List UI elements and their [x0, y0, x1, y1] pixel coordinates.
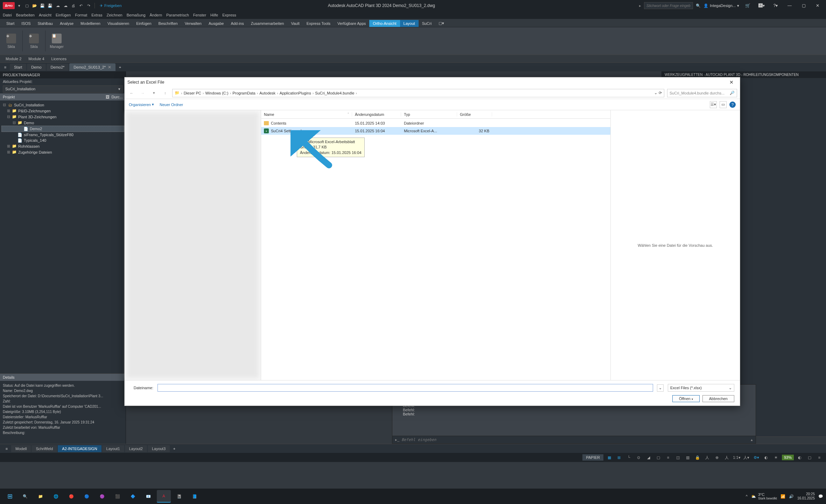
breadcrumb-bar[interactable]: 📁 › Dieser PC› Windows (C:)› ProgramData…	[172, 89, 664, 97]
file-row-excel[interactable]: xSuCri4 Settings.xlsx 15.01.2025 16:04 M…	[261, 127, 610, 135]
col-header-size[interactable]: Größe	[457, 112, 492, 117]
collapse-icon[interactable]: ⊟	[3, 103, 6, 107]
tree-siframo[interactable]: 📄siFramo_Typicals_StützeF80	[1, 132, 124, 138]
zoom-value[interactable]: 93%	[782, 455, 794, 460]
tree-root[interactable]: ⊟🗂SuCri_Installation	[1, 102, 124, 108]
preview-toggle-button[interactable]: ▭	[720, 101, 727, 108]
autodesk-icon[interactable]: 🅰▾	[756, 1, 767, 10]
search-icon[interactable]: 🔍	[696, 4, 701, 8]
open-icon[interactable]: 📂	[31, 2, 38, 9]
tree-demo2-file[interactable]: 📄Demo2	[1, 126, 124, 132]
dialog-sidebar[interactable]	[125, 110, 261, 380]
undo-icon[interactable]: ↶	[78, 2, 84, 9]
subtab-module2[interactable]: Module 2	[3, 56, 24, 62]
ui-lock-icon[interactable]: ◐	[762, 454, 770, 461]
organize-dropdown[interactable]: Organisieren ▾	[129, 102, 154, 107]
collapse-icon[interactable]: ⊟	[13, 120, 16, 125]
breadcrumb-dropdown-icon[interactable]: ⌄	[654, 91, 657, 95]
grid-icon[interactable]: ▦	[606, 454, 613, 461]
tree-zugehorige[interactable]: ⊞📁Zugehörige Dateien	[1, 149, 124, 155]
scale-icon[interactable]: 1:1▾	[733, 454, 741, 461]
space-toggle[interactable]: PAPIER	[582, 454, 603, 461]
layout-add-button[interactable]: +	[170, 445, 178, 453]
menu-datei[interactable]: Datei	[3, 13, 12, 17]
hardware-icon[interactable]: ☀	[772, 454, 780, 461]
notification-icon[interactable]: 💬	[818, 494, 823, 499]
tree-plant3d[interactable]: ⊟📁Plant 3D-Zeichnungen	[1, 114, 124, 120]
menu-hilfe[interactable]: Hilfe	[210, 13, 218, 17]
help-search-input[interactable]	[644, 2, 693, 9]
ribbon-tab-sucri[interactable]: SuCri	[419, 20, 435, 27]
ribbon-tab-visualisieren[interactable]: Visualisieren	[104, 20, 133, 27]
menu-zeichnen[interactable]: Zeichnen	[106, 13, 122, 17]
saveas-icon[interactable]: 💾	[47, 2, 53, 9]
ribbon-tab-layout[interactable]: Layout	[400, 20, 419, 27]
ribbon-tab-start[interactable]: Start	[3, 20, 18, 27]
save-icon[interactable]: 💾	[39, 2, 46, 9]
customization-icon[interactable]: ≡	[816, 454, 823, 461]
weather-widget[interactable]: ⛅ 3°C Stark bewölkt	[751, 492, 777, 500]
expand-icon[interactable]: ⊞	[7, 144, 10, 148]
file-row-folder[interactable]: Contents 15.01.2025 14:03 Dateiordner	[261, 119, 610, 127]
breadcrumb-item[interactable]: ApplicationPlugins	[280, 91, 311, 95]
quick-menu-dropdown[interactable]: ▾	[16, 2, 22, 9]
annoscale-icon[interactable]: 🔒	[694, 454, 701, 461]
ribbon-tab-expresstools[interactable]: Express Tools	[303, 20, 334, 27]
ribbon-tab-vault[interactable]: Vault	[287, 20, 303, 27]
breadcrumb-item[interactable]: ProgramData	[232, 91, 255, 95]
project-selector[interactable]: SuCri_Installation ▾	[3, 85, 123, 93]
menu-bearbeiten[interactable]: Bearbeiten	[16, 13, 35, 17]
tree-demo-folder[interactable]: ⊟📁Demo	[1, 120, 124, 126]
task-onenote[interactable]: 📓	[172, 490, 186, 503]
collapse-icon[interactable]: ⊟	[7, 114, 10, 119]
tree-rohrklassen[interactable]: ⊞📁Rohrklassen	[1, 143, 124, 149]
ribbon-tab-einfugen[interactable]: Einfügen	[133, 20, 155, 27]
nav-back-button[interactable]: ←	[127, 89, 136, 97]
menu-format[interactable]: Format	[75, 13, 87, 17]
transparency-icon[interactable]: ◫	[674, 454, 682, 461]
doctab-start[interactable]: Start	[10, 64, 26, 71]
menu-parametrisch[interactable]: Parametrisch	[166, 13, 189, 17]
task-app1[interactable]: 🔵	[80, 490, 94, 503]
doctab-demo2[interactable]: Demo2*	[47, 64, 69, 71]
breadcrumb-item[interactable]: Dieser PC	[184, 91, 201, 95]
menu-fenster[interactable]: Fenster	[193, 13, 206, 17]
print-icon[interactable]: 🖨	[70, 2, 76, 9]
ribbon-tab-modellieren[interactable]: Modellieren	[77, 20, 104, 27]
subtab-module4[interactable]: Module 4	[26, 56, 47, 62]
task-word[interactable]: 📘	[188, 490, 202, 503]
new-icon[interactable]: ▢	[24, 2, 30, 9]
snap-icon[interactable]: ⊞	[615, 454, 623, 461]
task-chrome[interactable]: 🔴	[64, 490, 78, 503]
redo-icon[interactable]: ↷	[85, 2, 92, 9]
doctab-menu-icon[interactable]: ≡	[1, 63, 9, 71]
system-clock[interactable]: 20:25 16.01.2025	[797, 492, 815, 500]
menu-express[interactable]: Express	[222, 13, 236, 17]
task-explorer[interactable]: 📁	[34, 490, 48, 503]
help-icon[interactable]: ?▾	[770, 1, 781, 10]
doctab-demo2su013[interactable]: Demo2_SU013_2*✕	[69, 63, 115, 71]
tray-chevron-icon[interactable]: ^	[746, 494, 748, 498]
annoautoscale-icon[interactable]: ⊕	[713, 454, 721, 461]
layout-tab-layout3[interactable]: Layout3	[148, 445, 170, 452]
start-button[interactable]: ⊞	[3, 490, 17, 503]
task-app3[interactable]: ⬛	[111, 490, 125, 503]
close-button[interactable]: ✕	[812, 1, 823, 10]
lineweight-icon[interactable]: ≡	[664, 454, 672, 461]
subtab-licences[interactable]: Licences	[49, 56, 69, 62]
app-logo[interactable]: A PRO	[3, 2, 15, 9]
nav-forward-button[interactable]: →	[139, 89, 147, 97]
filename-input[interactable]	[158, 384, 653, 392]
nav-up-button[interactable]: ↑	[161, 89, 169, 97]
ribbon-tab-verwalten[interactable]: Verwalten	[181, 20, 205, 27]
menu-aendern[interactable]: Ändern	[150, 13, 162, 17]
breadcrumb-item[interactable]: Autodesk	[259, 91, 275, 95]
layout-menu-icon[interactable]: ≡	[3, 445, 10, 453]
ribbon-btn-sikla1[interactable]: ◆ Sikla	[3, 30, 20, 52]
menu-bemassung[interactable]: Bemaßung	[127, 13, 146, 17]
user-account-button[interactable]: 👤 IntegaDesign... ▾	[704, 4, 739, 8]
tray-sound-icon[interactable]: 🔊	[789, 494, 794, 499]
tree-pid[interactable]: ⊞📁P&ID-Zeichnungen	[1, 108, 124, 114]
ribbon-btn-sikla2[interactable]: ◆ Sikla	[26, 30, 42, 52]
polar-icon[interactable]: ⊙	[635, 454, 643, 461]
